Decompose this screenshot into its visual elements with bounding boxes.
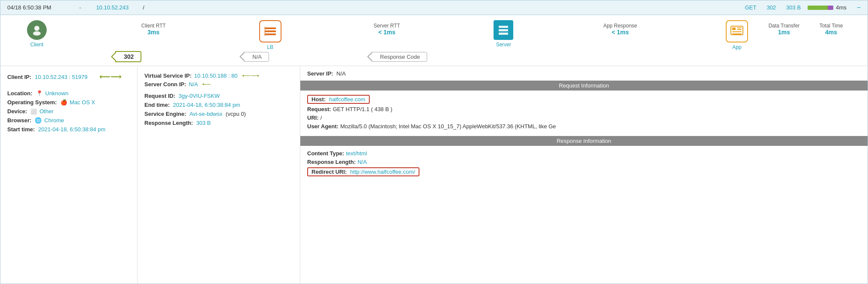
response-length-label: Response Length: — [144, 120, 193, 126]
timing-bar-green — [808, 6, 828, 10]
svg-rect-5 — [264, 27, 266, 36]
user-agent-label: User Agent: — [307, 123, 338, 130]
app-icon — [726, 20, 748, 42]
location-pin-icon: 📍 — [36, 90, 43, 97]
svg-point-0 — [34, 26, 39, 31]
apple-icon: 🍎 — [60, 99, 67, 106]
location-row: Location: 📍 Unknown — [7, 90, 130, 97]
app-response-value: < 1ms — [612, 29, 629, 36]
right-panel: Server IP: N/A Request Information Host:… — [300, 66, 868, 284]
response-information-section: Response Information Content Type: text/… — [300, 136, 868, 181]
device-value: Other — [39, 108, 54, 115]
data-transfer-title: Data Transfer — [769, 23, 800, 29]
app-icon-inner — [727, 21, 747, 42]
resp-length-label: Response Length: — [307, 159, 356, 165]
vs-ip-label: Virtual Service IP: — [144, 73, 192, 79]
request-value: GET HTTP/1.1 ( 438 B ) — [333, 106, 392, 112]
server-conn-ip-value: N/A — [189, 81, 198, 88]
server-rtt-title: Server RTT — [374, 23, 400, 29]
details-row: Client IP: 10.10.52.243 : 51979 ⟵⟶ Locat… — [0, 66, 868, 284]
location-value: Unknown — [45, 90, 69, 97]
timestamp: 04/18 6:50:38 PM — [7, 4, 76, 11]
server-ip-row: Server IP: N/A — [300, 66, 868, 81]
request-id-row: Request ID: 3gy-0VIU-FSKW — [144, 93, 293, 99]
minimize-button[interactable]: − — [857, 4, 861, 12]
device-row: Device: ⬜ Other — [7, 108, 130, 115]
server-icon-inner — [497, 24, 510, 36]
request-information-section: Request Information Host: halfcoffee.com… — [300, 81, 868, 136]
end-time-label: End time: — [144, 102, 170, 108]
total-time-title: Total Time — [820, 23, 843, 29]
server-ip-label: Server IP: — [307, 70, 333, 77]
dash: - — [79, 4, 81, 11]
lb-icon — [259, 20, 281, 42]
timing-bar-container: 4ms — [808, 4, 847, 11]
svg-rect-11 — [732, 27, 736, 30]
request-id-value: 3gy-0VIU-FSKW — [179, 93, 220, 99]
request-row: Request: GET HTTP/1.1 ( 438 B ) — [307, 106, 861, 112]
location-label: Location: — [7, 90, 33, 97]
resp-length-row: Response Length: N/A — [307, 159, 861, 165]
lb-node: LB — [251, 20, 290, 50]
client-details-panel: Client IP: 10.10.52.243 : 51979 ⟵⟶ Locat… — [0, 66, 138, 284]
start-time-label: Start time: — [7, 126, 35, 133]
response-info-body: Content Type: text/html Response Length:… — [300, 146, 868, 181]
browser-value: Chrome — [44, 117, 64, 124]
badge-response-code: Response Code — [372, 52, 427, 62]
client-rtt-value: 3ms — [147, 29, 159, 36]
client-ip-row: Client IP: 10.10.52.243 : 51979 ⟵⟶ — [7, 72, 130, 82]
server-ip-value: N/A — [336, 70, 346, 77]
badge-response-code-label: Response Code — [380, 54, 420, 60]
middle-details-panel: Virtual Service IP: 10.10.50.188 : 80 ⟵⟶… — [138, 66, 300, 284]
os-value: Mac OS X — [70, 99, 95, 106]
client-label: Client — [30, 42, 44, 48]
user-agent-row: User Agent: Mozilla/5.0 (Macintosh; Inte… — [307, 123, 861, 130]
start-time-value: 2021-04-18, 6:50:38:84 pm — [38, 126, 105, 133]
svg-rect-14 — [732, 31, 742, 32]
lb-icon-inner — [260, 21, 281, 42]
svg-point-6 — [274, 27, 275, 29]
svg-rect-13 — [737, 29, 742, 30]
server-conn-ip-label: Server Conn IP: — [144, 81, 186, 88]
svg-rect-9 — [499, 33, 508, 35]
redirect-uri-value: http://www.halfcoffee.com/ — [350, 169, 415, 175]
request-info-body: Host: halfcoffee.com Request: GET HTTP/1… — [300, 91, 868, 136]
content-type-label: Content Type: — [307, 150, 344, 157]
svg-point-1 — [33, 31, 41, 36]
client-rtt-title: Client RTT — [141, 23, 166, 29]
svg-rect-15 — [732, 33, 742, 34]
bidirectional-arrow-icon: ⟵⟶ — [91, 72, 130, 82]
client-rtt: Client RTT 3ms — [56, 20, 251, 36]
data-transfer-value: 1ms — [778, 29, 790, 36]
top-bar: 04/18 6:50:38 PM - 10.10.52.243 / GET 30… — [0, 0, 868, 15]
timing-bar — [808, 6, 833, 10]
right-arrow-icon: ⟵⟶ — [242, 72, 259, 79]
uri-row: URI: / — [307, 115, 861, 121]
server-rtt: Server RTT < 1ms — [290, 20, 485, 36]
response-length-value: 303 B — [196, 120, 211, 126]
server-node: Server — [484, 20, 523, 48]
uri-value: / — [320, 115, 322, 121]
redirect-uri-row: Redirect URI: http://www.halfcoffee.com/ — [307, 167, 861, 176]
app-node: App — [718, 20, 756, 50]
client-node: Client — [18, 20, 56, 48]
app-label: App — [732, 44, 741, 50]
client-ip-value: 10.10.52.243 : 51979 — [35, 74, 87, 80]
server-icon — [494, 20, 513, 40]
service-engine-extra: (vcpu 0) — [226, 111, 246, 117]
vs-ip-row: Virtual Service IP: 10.10.50.188 : 80 ⟵⟶ — [144, 72, 293, 79]
slash: / — [143, 4, 144, 11]
timing-bar-purple — [828, 6, 833, 10]
app-response: App Response < 1ms — [523, 20, 718, 36]
svg-rect-8 — [499, 29, 508, 31]
service-engine-value: Avi-se-bdwsx — [189, 111, 222, 117]
os-label: Operating System: — [7, 99, 57, 106]
svg-rect-4 — [265, 33, 276, 35]
browser-icon: 🌐 — [35, 117, 42, 124]
redirect-uri-label: Redirect URI: — [311, 169, 347, 175]
total-time: Total Time 4ms — [812, 20, 850, 36]
svg-rect-12 — [737, 27, 742, 28]
resp-length-value: N/A — [357, 159, 367, 165]
request-label: Request: — [307, 106, 331, 112]
total-time-value: 4ms — [825, 29, 837, 36]
